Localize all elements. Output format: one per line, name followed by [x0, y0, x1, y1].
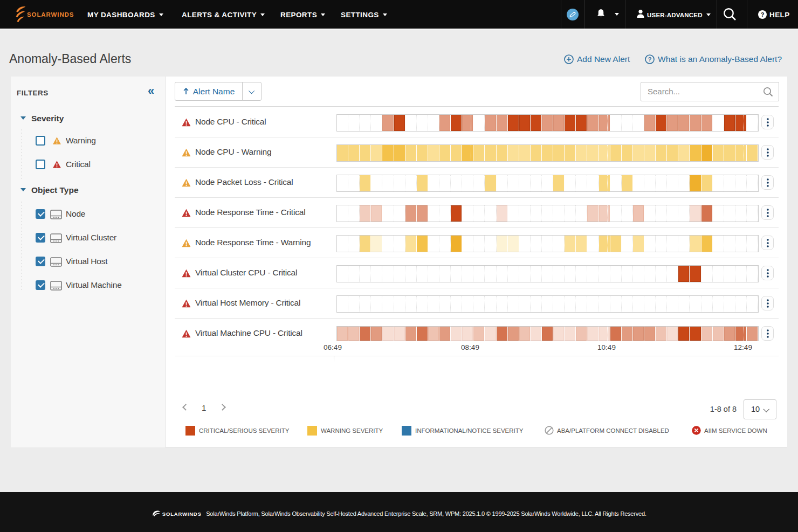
svg-text:?: ? [761, 11, 765, 18]
svg-text:?: ? [648, 56, 652, 63]
